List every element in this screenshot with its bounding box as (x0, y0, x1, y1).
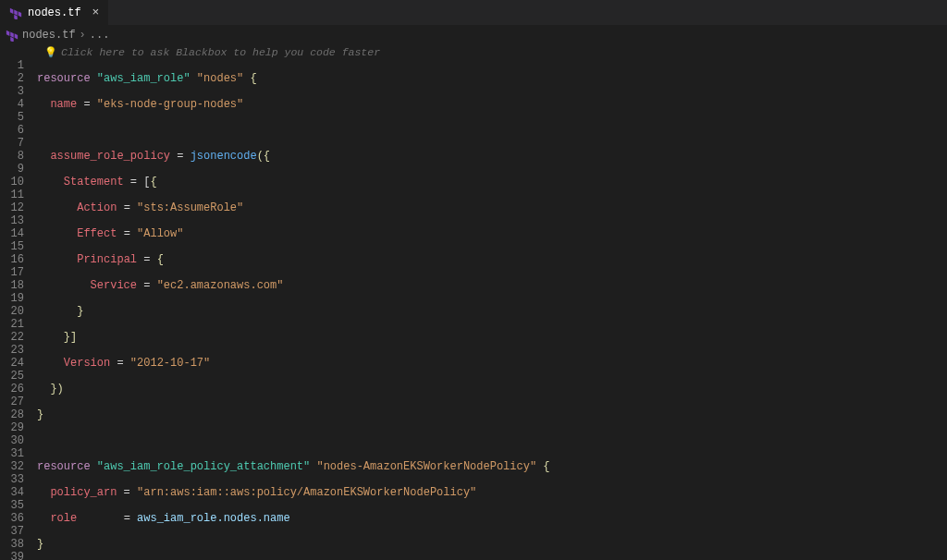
line-number: 13 (0, 214, 24, 227)
editor[interactable]: 1234567891011121314151617181920212223242… (0, 59, 947, 560)
line-number: 9 (0, 163, 24, 176)
blackbox-hint[interactable]: 💡 Click here to ask Blackbox to help you… (0, 44, 947, 59)
chevron-right-icon: › (80, 29, 86, 42)
line-number: 16 (0, 253, 24, 266)
line-number: 18 (0, 279, 24, 292)
line-number: 6 (0, 124, 24, 137)
code-area[interactable]: resource "aws_iam_role" "nodes" { name =… (37, 59, 947, 560)
terraform-icon (9, 6, 22, 19)
svg-marker-7 (10, 37, 14, 42)
line-number: 32 (0, 460, 24, 473)
tab-label: nodes.tf (28, 6, 81, 19)
line-number: 20 (0, 305, 24, 318)
line-number: 34 (0, 486, 24, 499)
line-number: 28 (0, 408, 24, 421)
line-number: 26 (0, 383, 24, 396)
svg-marker-0 (10, 7, 14, 13)
line-number: 5 (0, 111, 24, 124)
line-number: 8 (0, 150, 24, 163)
line-number-gutter: 1234567891011121314151617181920212223242… (0, 59, 37, 560)
hint-text: Click here to ask Blackbox to help you c… (61, 46, 380, 58)
line-number: 31 (0, 447, 24, 460)
line-number: 29 (0, 421, 24, 434)
lightbulb-icon: 💡 (44, 46, 57, 58)
breadcrumb-trail: ... (90, 29, 110, 42)
line-number: 14 (0, 227, 24, 240)
tab-nodes-tf[interactable]: nodes.tf × (0, 0, 108, 26)
tab-bar: nodes.tf × (0, 0, 947, 26)
line-number: 37 (0, 525, 24, 538)
line-number: 24 (0, 357, 24, 370)
line-number: 21 (0, 318, 24, 331)
line-number: 33 (0, 473, 24, 486)
line-number: 38 (0, 538, 24, 551)
terraform-icon (6, 29, 18, 42)
svg-marker-2 (18, 11, 22, 17)
line-number: 10 (0, 176, 24, 189)
svg-marker-4 (6, 30, 10, 36)
svg-marker-3 (14, 14, 18, 18)
line-number: 11 (0, 189, 24, 201)
line-number: 27 (0, 396, 24, 408)
svg-marker-6 (15, 33, 18, 39)
line-number: 19 (0, 292, 24, 305)
line-number: 1 (0, 59, 24, 72)
svg-marker-5 (10, 32, 14, 38)
line-number: 2 (0, 72, 24, 85)
line-number: 15 (0, 240, 24, 253)
line-number: 3 (0, 85, 24, 98)
line-number: 30 (0, 434, 24, 447)
line-number: 17 (0, 266, 24, 279)
line-number: 4 (0, 98, 24, 111)
close-icon[interactable]: × (92, 6, 100, 19)
breadcrumb[interactable]: nodes.tf › ... (0, 26, 947, 44)
line-number: 39 (0, 551, 24, 560)
line-number: 7 (0, 137, 24, 150)
line-number: 25 (0, 370, 24, 383)
line-number: 22 (0, 331, 24, 344)
svg-marker-1 (14, 9, 18, 15)
breadcrumb-file: nodes.tf (22, 29, 76, 42)
line-number: 12 (0, 201, 24, 214)
line-number: 23 (0, 344, 24, 357)
line-number: 35 (0, 499, 24, 512)
line-number: 36 (0, 512, 24, 525)
